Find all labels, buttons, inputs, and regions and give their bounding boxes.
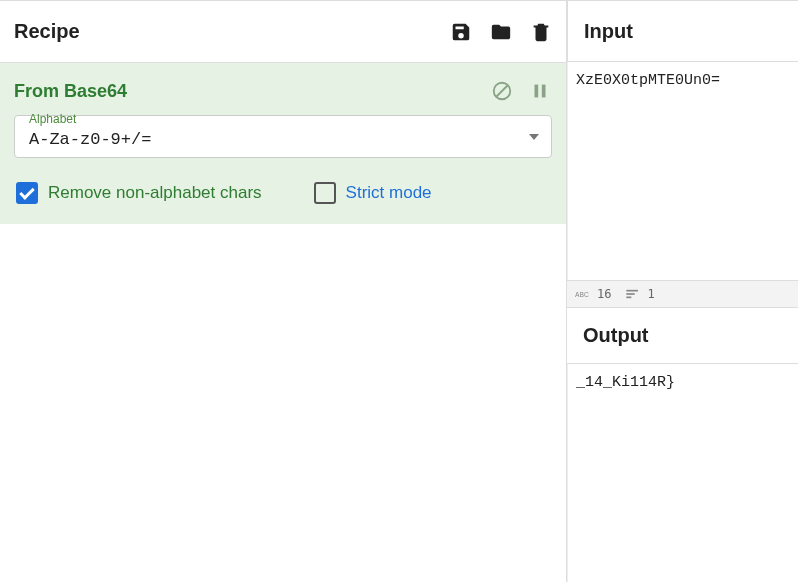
- input-stats: ABC 16 1: [567, 280, 798, 308]
- alphabet-value: A-Za-z0-9+/=: [29, 124, 511, 149]
- save-icon[interactable]: [450, 21, 472, 43]
- svg-rect-5: [627, 290, 639, 292]
- pause-icon[interactable]: [528, 79, 552, 103]
- strict-mode-label: Strict mode: [346, 183, 432, 203]
- char-count: ABC 16: [575, 287, 611, 301]
- line-count: 1: [625, 287, 654, 301]
- alphabet-label: Alphabet: [29, 112, 76, 126]
- input-header: Input: [567, 0, 798, 62]
- output-header: Output: [567, 308, 798, 364]
- output-textarea[interactable]: _14_Ki114R}: [567, 364, 798, 582]
- operation-block: From Base64 Alphabet A-Za-z0-9+/= Remove…: [0, 63, 566, 224]
- alphabet-select[interactable]: Alphabet A-Za-z0-9+/=: [14, 115, 552, 158]
- output-title: Output: [583, 324, 649, 347]
- svg-rect-7: [627, 297, 632, 299]
- trash-icon[interactable]: [530, 21, 552, 43]
- disable-icon[interactable]: [490, 79, 514, 103]
- svg-rect-2: [535, 85, 539, 98]
- remove-nonalpha-checkbox[interactable]: [16, 182, 38, 204]
- input-title: Input: [584, 20, 633, 43]
- svg-text:ABC: ABC: [575, 291, 589, 298]
- recipe-title: Recipe: [14, 20, 450, 43]
- input-textarea[interactable]: XzE0X0tpMTE0Un0=: [567, 62, 798, 280]
- folder-icon[interactable]: [490, 21, 512, 43]
- operation-name[interactable]: From Base64: [14, 81, 476, 102]
- svg-rect-6: [627, 293, 635, 295]
- remove-nonalpha-label: Remove non-alphabet chars: [48, 183, 262, 203]
- svg-rect-3: [542, 85, 546, 98]
- recipe-header: Recipe: [0, 1, 566, 63]
- chevron-down-icon: [529, 134, 539, 140]
- svg-line-1: [497, 86, 508, 97]
- strict-mode-checkbox[interactable]: [314, 182, 336, 204]
